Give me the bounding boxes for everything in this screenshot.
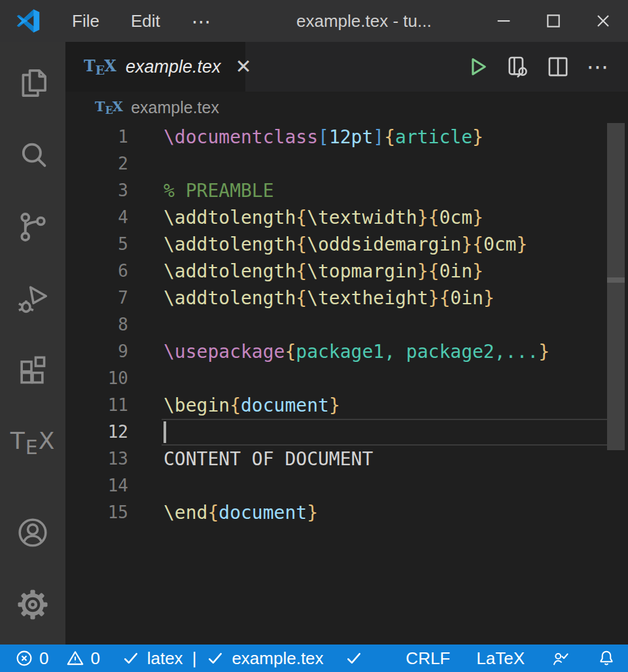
line-number[interactable]: 3 xyxy=(65,177,164,204)
code-line[interactable]: 12 xyxy=(65,419,628,446)
code-token: \addtolength xyxy=(164,234,296,255)
line-number[interactable]: 6 xyxy=(65,258,164,285)
code-token: \addtolength xyxy=(164,260,296,282)
sidebar-item-settings[interactable] xyxy=(0,569,65,641)
code-line[interactable]: 5\addtolength{\oddsidemargin}{0cm} xyxy=(65,231,628,258)
code-token: [ xyxy=(318,126,329,148)
line-number[interactable]: 2 xyxy=(65,150,164,177)
code-line[interactable]: 6\addtolength{\topmargin}{0in} xyxy=(65,258,628,285)
code-token: { xyxy=(230,395,241,416)
build-latex-button[interactable] xyxy=(457,46,497,87)
error-icon xyxy=(14,648,34,668)
line-number[interactable]: 12 xyxy=(65,419,164,446)
bell-icon xyxy=(597,648,616,668)
menu-file[interactable]: File xyxy=(56,0,115,42)
lint-status[interactable] xyxy=(344,648,370,668)
notifications-button[interactable] xyxy=(597,648,616,668)
line-text: \addtolength{\textwidth}{0cm} xyxy=(164,204,628,231)
close-icon xyxy=(593,10,614,31)
maximize-icon xyxy=(543,10,564,31)
tab-close-button[interactable]: ✕ xyxy=(236,57,252,77)
code-token: { xyxy=(296,207,307,228)
code-token: } xyxy=(329,395,340,416)
text-cursor xyxy=(164,421,166,443)
latex-file-status[interactable]: example.tex xyxy=(205,648,323,669)
latex-build-status[interactable]: latex xyxy=(121,648,183,669)
sidebar-item-latex-workshop[interactable]: TEX xyxy=(0,407,65,479)
sidebar-item-explorer[interactable] xyxy=(0,47,65,119)
line-text: \addtolength{\topmargin}{0in} xyxy=(164,258,628,285)
menu-overflow[interactable]: ⋯ xyxy=(176,0,228,42)
line-number[interactable]: 10 xyxy=(65,365,164,392)
code-line[interactable]: 2 xyxy=(65,150,628,177)
line-number[interactable]: 13 xyxy=(65,446,164,472)
close-window-button[interactable] xyxy=(578,0,628,42)
code-token: \topmargin xyxy=(307,260,417,282)
code-line[interactable]: 14 xyxy=(65,472,628,499)
code-line[interactable]: 13CONTENT OF DOCUMENT xyxy=(65,446,628,472)
line-number[interactable]: 14 xyxy=(65,472,164,499)
code-line[interactable]: 4\addtolength{\textwidth}{0cm} xyxy=(65,204,628,231)
breadcrumb-file[interactable]: example.tex xyxy=(131,98,219,117)
warning-count: 0 xyxy=(90,648,99,669)
line-number[interactable]: 4 xyxy=(65,204,164,231)
minimize-button[interactable] xyxy=(479,0,529,42)
code-token: article xyxy=(395,126,472,148)
problems-status[interactable]: 0 0 xyxy=(14,648,100,669)
code-token: { xyxy=(439,287,450,309)
feedback-button[interactable] xyxy=(551,648,570,668)
line-number[interactable]: 15 xyxy=(65,499,164,526)
code-token: \end xyxy=(164,502,207,523)
scrollbar-track[interactable] xyxy=(607,123,625,645)
code-line[interactable]: 1\documentclass[12pt]{article} xyxy=(65,124,628,150)
code-token: \addtolength xyxy=(164,287,296,309)
sidebar-item-account[interactable] xyxy=(0,497,65,569)
line-number[interactable]: 1 xyxy=(65,124,164,150)
language-mode[interactable]: LaTeX xyxy=(476,648,525,669)
code-lines: 1\documentclass[12pt]{article}23% PREAMB… xyxy=(65,123,628,526)
more-actions-button[interactable]: ⋯ xyxy=(578,46,619,87)
line-number[interactable]: 11 xyxy=(65,392,164,419)
code-token: 0in xyxy=(439,260,472,282)
sidebar-item-search[interactable] xyxy=(0,119,65,191)
code-line[interactable]: 11\begin{document} xyxy=(65,392,628,419)
breadcrumb[interactable]: TEX example.tex xyxy=(65,92,628,123)
menu-edit[interactable]: Edit xyxy=(115,0,176,42)
line-number[interactable]: 9 xyxy=(65,338,164,365)
sidebar-item-source-control[interactable] xyxy=(0,191,65,263)
code-editor[interactable]: 1\documentclass[12pt]{article}23% PREAMB… xyxy=(65,123,628,645)
line-number[interactable]: 8 xyxy=(65,311,164,338)
code-line[interactable]: 9\usepackage{package1, package2,...} xyxy=(65,338,628,365)
code-token: \addtolength xyxy=(164,207,296,228)
eol-indicator[interactable]: CRLF xyxy=(406,648,450,669)
split-editor-button[interactable] xyxy=(538,46,578,87)
code-line[interactable]: 10 xyxy=(65,365,628,392)
scrollbar-slider[interactable] xyxy=(607,123,625,450)
code-token: \usepackage xyxy=(164,341,285,363)
line-text: % PREAMBLE xyxy=(164,177,628,204)
code-line[interactable]: 7\addtolength{\textheight}{0in} xyxy=(65,285,628,311)
search-icon xyxy=(15,137,50,173)
tab-example-tex[interactable]: TEX example.tex ✕ xyxy=(65,42,245,92)
code-token: } xyxy=(307,502,318,523)
code-token: { xyxy=(296,287,307,309)
warning-icon xyxy=(65,648,85,668)
build-file: example.tex xyxy=(232,648,323,669)
sidebar-item-run-debug[interactable] xyxy=(0,263,65,335)
code-line[interactable]: 3% PREAMBLE xyxy=(65,177,628,204)
line-text: \addtolength{\textheight}{0in} xyxy=(164,285,628,311)
window-controls xyxy=(479,0,628,42)
account-icon xyxy=(15,515,50,550)
code-line[interactable]: 15\end{document} xyxy=(65,499,628,526)
code-line[interactable]: 8 xyxy=(65,311,628,338)
code-token: document xyxy=(218,502,307,523)
gear-icon xyxy=(15,587,50,622)
line-number[interactable]: 7 xyxy=(65,285,164,311)
sidebar-item-extensions[interactable] xyxy=(0,335,65,407)
line-number[interactable]: 5 xyxy=(65,231,164,258)
line-text xyxy=(164,365,628,392)
code-token: { xyxy=(207,502,218,523)
code-token: CONTENT OF DOCUMENT xyxy=(164,448,373,470)
view-pdf-button[interactable] xyxy=(497,46,538,87)
maximize-button[interactable] xyxy=(529,0,578,42)
